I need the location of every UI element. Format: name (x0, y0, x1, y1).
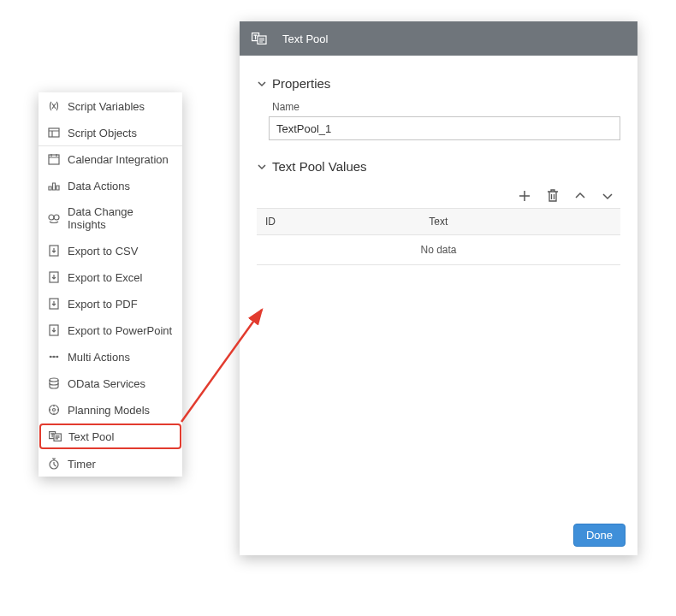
table-header: ID Text (257, 209, 620, 235)
menu-item-export-to-powerpoint[interactable]: Export to PowerPoint (39, 317, 182, 343)
export-icon (47, 323, 61, 337)
svg-rect-2 (49, 128, 59, 137)
menu-item-label: Export to Excel (68, 271, 142, 284)
panel-footer: Done (240, 515, 637, 555)
menu-item-script-objects[interactable]: Script Objects (39, 119, 182, 145)
timer-icon (47, 457, 61, 471)
textpool-icon (48, 429, 62, 443)
multi-icon (47, 350, 61, 364)
variables-icon (47, 99, 61, 113)
panel-header: Text Pool (240, 21, 637, 56)
objects-icon (47, 126, 61, 139)
panel-title: Text Pool (282, 33, 328, 45)
delete-button[interactable] (547, 189, 559, 203)
menu-item-label: Script Objects (68, 127, 137, 139)
menu-item-timer[interactable]: Timer (39, 450, 182, 477)
menu-item-script-variables[interactable]: Script Variables (39, 92, 182, 119)
menu-item-planning-models[interactable]: Planning Models (39, 396, 182, 423)
text-pool-icon (252, 33, 267, 44)
values-section-label: Text Pool Values (272, 159, 367, 174)
values-table: ID Text No data (257, 208, 620, 265)
planning-icon (47, 403, 61, 417)
table-empty-message: No data (257, 235, 620, 264)
move-down-button[interactable] (602, 189, 614, 203)
values-section-toggle[interactable]: Text Pool Values (257, 159, 620, 174)
done-button[interactable]: Done (573, 524, 626, 547)
menu-item-label: Planning Models (68, 404, 150, 417)
menu-item-export-to-csv[interactable]: Export to CSV (39, 237, 182, 264)
name-label: Name (272, 101, 620, 113)
calendar-icon (47, 152, 61, 166)
chevron-down-icon (257, 162, 267, 172)
export-icon (47, 270, 61, 284)
menu-item-label: Timer (68, 458, 96, 471)
menu-item-label: Export to PDF (68, 298, 138, 311)
add-button[interactable] (518, 189, 531, 203)
move-up-button[interactable] (574, 189, 586, 203)
svg-point-13 (50, 378, 58, 382)
text-pool-panel: Text Pool Properties Name Text Pool Valu… (240, 21, 637, 555)
values-toolbar (257, 184, 620, 208)
export-icon (47, 244, 61, 258)
menu-item-label: Data Change Insights (68, 205, 174, 231)
panel-body: Properties Name Text Pool Values (240, 56, 637, 515)
menu-item-odata-services[interactable]: OData Services (39, 370, 182, 396)
menu-item-label: Multi Actions (68, 351, 130, 364)
menu-item-label: Calendar Integration (68, 153, 169, 166)
svg-rect-3 (49, 155, 59, 164)
svg-point-4 (49, 215, 54, 220)
menu-item-label: Data Actions (68, 180, 130, 192)
properties-section-toggle[interactable]: Properties (257, 76, 620, 91)
insert-menu: Script VariablesScript ObjectsCalendar I… (39, 92, 182, 477)
odata-icon (47, 376, 61, 390)
insights-icon (47, 211, 61, 225)
column-text: Text (420, 209, 620, 234)
svg-point-5 (54, 215, 59, 220)
data-actions-icon (47, 179, 61, 192)
menu-item-calendar-integration[interactable]: Calendar Integration (39, 145, 182, 172)
svg-point-15 (53, 409, 56, 412)
menu-item-label: Export to CSV (68, 245, 138, 258)
name-input[interactable] (269, 116, 620, 140)
chevron-down-icon (257, 79, 267, 89)
menu-item-data-actions[interactable]: Data Actions (39, 172, 182, 198)
menu-item-text-pool[interactable]: Text Pool (39, 424, 181, 449)
export-icon (47, 297, 61, 311)
menu-item-export-to-pdf[interactable]: Export to PDF (39, 290, 182, 317)
menu-item-multi-actions[interactable]: Multi Actions (39, 343, 182, 370)
menu-item-label: OData Services (68, 377, 145, 390)
menu-item-export-to-excel[interactable]: Export to Excel (39, 264, 182, 290)
menu-item-label: Script Variables (68, 100, 145, 113)
menu-item-label: Text Pool (68, 430, 114, 443)
column-id: ID (257, 209, 420, 234)
menu-item-data-change-insights[interactable]: Data Change Insights (39, 198, 182, 237)
properties-section-label: Properties (272, 76, 330, 91)
menu-item-label: Export to PowerPoint (68, 324, 172, 337)
